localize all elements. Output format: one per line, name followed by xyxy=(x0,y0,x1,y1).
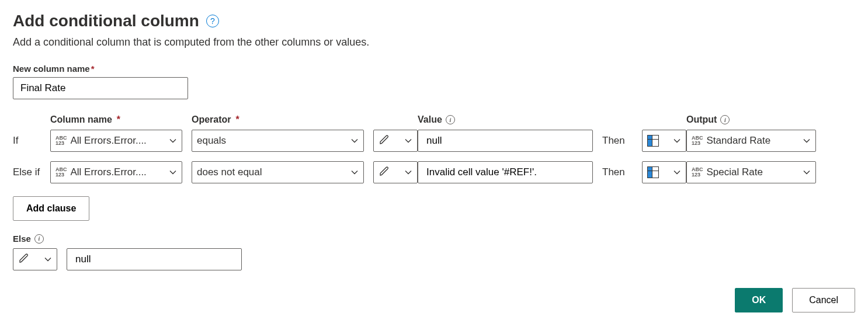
chevron-down-icon xyxy=(803,168,811,176)
column-name-dropdown[interactable]: ABC123 All Errors.Error.... xyxy=(50,161,182,183)
chevron-down-icon xyxy=(673,137,681,145)
header-column-name: Column name* xyxy=(50,114,182,125)
operator-dropdown[interactable]: does not equal xyxy=(192,161,364,183)
then-label: Then xyxy=(602,166,633,178)
clause-headers: Column name* Operator* Value i Output i xyxy=(13,114,855,125)
chevron-down-icon xyxy=(169,168,177,176)
else-label: Else xyxy=(13,234,31,244)
value-input[interactable] xyxy=(418,130,593,152)
else-type-button[interactable] xyxy=(13,248,57,270)
cancel-button[interactable]: Cancel xyxy=(792,288,855,312)
table-column-icon xyxy=(647,166,659,178)
table-column-icon xyxy=(647,135,659,147)
help-icon[interactable]: ? xyxy=(206,15,219,27)
gutter-label: Else if xyxy=(13,166,50,178)
clause-row: Else if ABC123 All Errors.Error.... does… xyxy=(13,161,855,183)
value-type-button[interactable] xyxy=(373,161,418,183)
dialog-title: Add conditional column xyxy=(13,12,199,30)
chevron-down-icon xyxy=(803,137,811,145)
dialog-subtitle: Add a conditional column that is compute… xyxy=(13,36,855,48)
info-icon[interactable]: i xyxy=(34,234,44,244)
header-operator: Operator* xyxy=(192,114,364,125)
datatype-abc123-icon: ABC123 xyxy=(692,167,703,178)
output-type-button[interactable] xyxy=(642,161,686,183)
column-name-dropdown[interactable]: ABC123 All Errors.Error.... xyxy=(50,130,182,152)
else-value-input[interactable] xyxy=(67,248,242,270)
output-type-button[interactable] xyxy=(642,130,686,152)
pencil-icon xyxy=(379,134,390,148)
add-clause-button[interactable]: Add clause xyxy=(13,196,89,221)
chevron-down-icon xyxy=(404,137,412,145)
chevron-down-icon xyxy=(404,168,412,176)
gutter-label: If xyxy=(13,135,50,147)
chevron-down-icon xyxy=(350,168,359,176)
header-value: Value i xyxy=(418,114,593,125)
datatype-abc123-icon: ABC123 xyxy=(55,136,67,146)
output-column-dropdown[interactable]: ABC123 Standard Rate xyxy=(686,130,816,152)
output-column-dropdown[interactable]: ABC123 Special Rate xyxy=(686,161,816,183)
info-icon[interactable]: i xyxy=(446,115,455,124)
header-output: Output i xyxy=(686,114,816,125)
then-label: Then xyxy=(602,135,633,147)
chevron-down-icon xyxy=(673,168,681,176)
new-column-name-input[interactable] xyxy=(13,77,188,99)
chevron-down-icon xyxy=(44,255,52,263)
chevron-down-icon xyxy=(169,137,177,145)
chevron-down-icon xyxy=(350,137,359,145)
pencil-icon xyxy=(379,165,390,179)
operator-dropdown[interactable]: equals xyxy=(192,130,364,152)
pencil-icon xyxy=(18,252,30,266)
ok-button[interactable]: OK xyxy=(735,288,783,312)
datatype-abc123-icon: ABC123 xyxy=(55,167,67,178)
value-type-button[interactable] xyxy=(373,130,418,152)
new-column-name-label: New column name* xyxy=(13,64,855,74)
clause-row: If ABC123 All Errors.Error.... equals xyxy=(13,130,855,152)
info-icon[interactable]: i xyxy=(720,115,730,124)
datatype-abc123-icon: ABC123 xyxy=(692,136,703,146)
value-input[interactable] xyxy=(418,161,593,183)
